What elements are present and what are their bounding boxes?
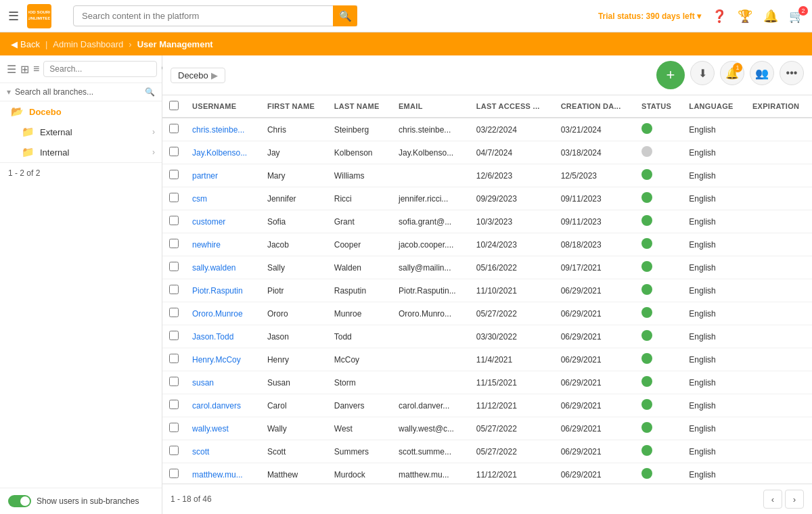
users-button[interactable]: 👥 bbox=[750, 61, 774, 85]
row-checkbox-14[interactable] bbox=[162, 440, 185, 463]
row-checkbox-8[interactable] bbox=[162, 302, 185, 325]
col-email[interactable]: EMAIL bbox=[392, 95, 470, 118]
row-email-4: sofia.grant@... bbox=[392, 210, 470, 233]
notification-badge: 1 bbox=[733, 63, 742, 72]
col-username[interactable]: USERNAME bbox=[185, 95, 261, 118]
row-checkbox-3[interactable] bbox=[162, 187, 185, 210]
arrow-down-icon: ▾ bbox=[7, 87, 11, 97]
search-button[interactable]: 🔍 bbox=[333, 5, 357, 26]
table-header-row: USERNAME FIRST NAME LAST NAME EMAIL LAST… bbox=[162, 95, 812, 118]
sidebar-item-internal[interactable]: 📁 Internal › bbox=[0, 142, 162, 162]
row-lastname-1: Kolbenson bbox=[328, 141, 392, 164]
col-creation-date[interactable]: CREATION DA... bbox=[554, 95, 635, 118]
row-last-access-10: 11/4/2021 bbox=[470, 348, 554, 371]
row-checkbox-11[interactable] bbox=[162, 371, 185, 394]
row-creation-9: 06/29/2021 bbox=[554, 325, 635, 348]
breadcrumb-admin[interactable]: Admin Dashboard bbox=[53, 39, 123, 49]
sidebar-item-external[interactable]: 📁 External › bbox=[0, 122, 162, 142]
col-lastname[interactable]: LAST NAME bbox=[328, 95, 392, 118]
row-checkbox-13[interactable] bbox=[162, 417, 185, 440]
status-dot bbox=[641, 468, 652, 479]
row-creation-6: 09/17/2021 bbox=[554, 256, 635, 279]
sidebar-item-docebo[interactable]: 📂 Docebo bbox=[0, 101, 162, 122]
more-options-button[interactable]: ••• bbox=[780, 61, 804, 85]
row-firstname-12: Carol bbox=[261, 394, 328, 417]
select-all-col bbox=[162, 95, 185, 118]
col-status[interactable]: STATUS bbox=[635, 95, 682, 118]
row-language-7: English bbox=[682, 279, 746, 302]
select-all-checkbox[interactable] bbox=[169, 101, 179, 110]
breadcrumb: ◀ Back | Admin Dashboard › User Manageme… bbox=[0, 32, 812, 55]
row-expiration-0 bbox=[746, 118, 812, 141]
next-page-button[interactable]: › bbox=[785, 490, 804, 509]
row-expiration-10 bbox=[746, 348, 812, 371]
table-row: matthew.mu... Matthew Murdock matthew.mu… bbox=[162, 463, 812, 484]
sidebar-search-input[interactable] bbox=[43, 61, 157, 77]
row-username-5: newhire bbox=[185, 233, 261, 256]
row-status-12 bbox=[635, 394, 682, 417]
col-language[interactable]: LANGUAGE bbox=[682, 95, 746, 118]
row-expiration-13 bbox=[746, 417, 812, 440]
row-language-11: English bbox=[682, 371, 746, 394]
row-checkbox-1[interactable] bbox=[162, 141, 185, 164]
bell-icon[interactable]: 🔔 bbox=[763, 9, 778, 24]
row-checkbox-7[interactable] bbox=[162, 279, 185, 302]
table-row: Jay.Kolbenso... Jay Kolbenson Jay.Kolben… bbox=[162, 141, 812, 164]
table-row: customer Sofia Grant sofia.grant@... 10/… bbox=[162, 210, 812, 233]
menu-icon[interactable]: ☰ bbox=[8, 9, 19, 24]
search-all-branches[interactable]: ▾ Search all branches... 🔍 bbox=[0, 83, 162, 101]
row-firstname-2: Mary bbox=[261, 164, 328, 187]
row-status-9 bbox=[635, 325, 682, 348]
row-email-13: wally.west@c... bbox=[392, 417, 470, 440]
users-table-wrap: USERNAME FIRST NAME LAST NAME EMAIL LAST… bbox=[162, 95, 812, 484]
row-creation-1: 03/18/2024 bbox=[554, 141, 635, 164]
path-arrow-icon: ▶ bbox=[211, 70, 218, 80]
row-expiration-6 bbox=[746, 256, 812, 279]
help-icon[interactable]: ❓ bbox=[712, 9, 727, 24]
row-last-access-13: 05/27/2022 bbox=[470, 417, 554, 440]
row-last-access-9: 03/30/2022 bbox=[470, 325, 554, 348]
prev-page-button[interactable]: ‹ bbox=[763, 490, 782, 509]
status-dot bbox=[641, 399, 652, 410]
status-dot bbox=[641, 376, 652, 387]
status-dot bbox=[641, 146, 652, 157]
row-firstname-14: Scott bbox=[261, 440, 328, 463]
row-email-6: sally@mailin... bbox=[392, 256, 470, 279]
row-firstname-13: Wally bbox=[261, 417, 328, 440]
row-status-15 bbox=[635, 463, 682, 484]
col-last-access[interactable]: LAST ACCESS ... bbox=[470, 95, 554, 118]
row-checkbox-9[interactable] bbox=[162, 325, 185, 348]
grid-view-icon[interactable]: ⊞ bbox=[20, 63, 29, 76]
filter-icon[interactable]: ≡ bbox=[33, 63, 39, 75]
col-expiration[interactable]: EXPIRATION bbox=[746, 95, 812, 118]
row-username-6: sally.walden bbox=[185, 256, 261, 279]
row-checkbox-12[interactable] bbox=[162, 394, 185, 417]
list-view-icon[interactable]: ☰ bbox=[7, 63, 16, 76]
row-checkbox-4[interactable] bbox=[162, 210, 185, 233]
add-user-button[interactable]: + bbox=[656, 61, 685, 89]
breadcrumb-user-management[interactable]: User Management bbox=[137, 39, 213, 49]
row-checkbox-0[interactable] bbox=[162, 118, 185, 141]
trophy-icon[interactable]: 🏆 bbox=[738, 9, 752, 24]
search-input[interactable] bbox=[73, 5, 357, 26]
row-checkbox-6[interactable] bbox=[162, 256, 185, 279]
cart-icon[interactable]: 🛒 2 bbox=[789, 9, 804, 24]
col-firstname[interactable]: FIRST NAME bbox=[261, 95, 328, 118]
status-dot bbox=[641, 215, 652, 226]
row-firstname-0: Chris bbox=[261, 118, 328, 141]
notify-button[interactable]: 🔔 1 bbox=[720, 61, 744, 85]
table-count: 1 - 18 of 46 bbox=[171, 494, 212, 504]
row-checkbox-10[interactable] bbox=[162, 348, 185, 371]
row-checkbox-15[interactable] bbox=[162, 463, 185, 484]
row-creation-12: 06/29/2021 bbox=[554, 394, 635, 417]
row-checkbox-5[interactable] bbox=[162, 233, 185, 256]
row-lastname-9: Todd bbox=[328, 325, 392, 348]
row-status-6 bbox=[635, 256, 682, 279]
row-language-12: English bbox=[682, 394, 746, 417]
users-table: USERNAME FIRST NAME LAST NAME EMAIL LAST… bbox=[162, 95, 812, 484]
show-subbranches-toggle[interactable] bbox=[8, 495, 31, 507]
back-button[interactable]: ◀ Back bbox=[11, 39, 40, 49]
row-checkbox-2[interactable] bbox=[162, 164, 185, 187]
export-button[interactable]: ⬇ bbox=[690, 61, 715, 85]
table-row: Ororo.Munroe Ororo Munroe Ororo.Munro...… bbox=[162, 302, 812, 325]
